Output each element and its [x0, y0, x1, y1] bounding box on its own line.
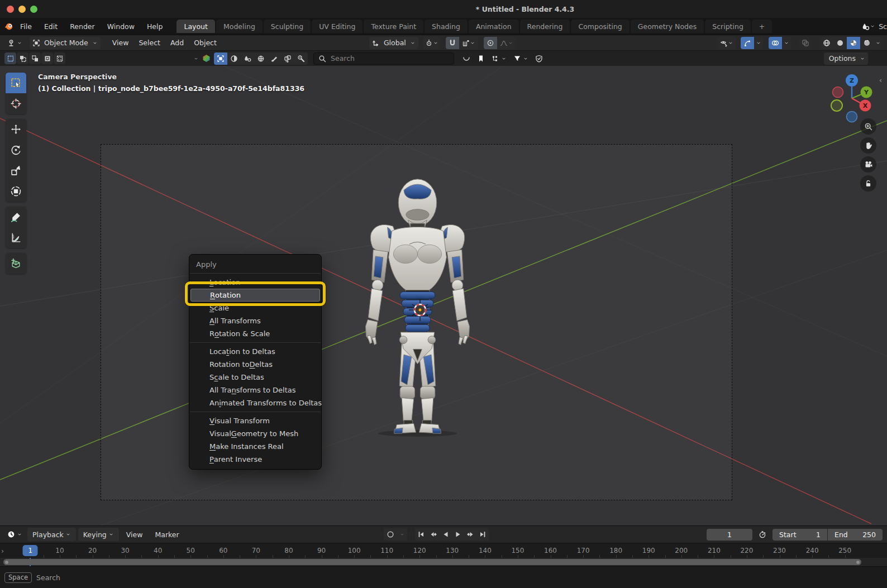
menubar-item-render[interactable]: Render [64, 18, 101, 35]
workspace-tab-layout[interactable]: Layout [177, 20, 215, 33]
shading-material-button[interactable] [847, 37, 860, 49]
use-preview-range-button[interactable] [756, 528, 769, 541]
editor-type-button[interactable] [4, 37, 25, 49]
header-icon-outliner[interactable] [489, 52, 509, 65]
header-icon-filter[interactable] [511, 52, 531, 65]
header-icon-shield-check[interactable] [532, 52, 546, 65]
close-button[interactable] [7, 6, 14, 13]
menu-item-rotation-to-deltas[interactable]: Rotation to Deltas [189, 358, 321, 371]
search-input[interactable] [330, 54, 449, 63]
tool-scale[interactable] [6, 160, 26, 181]
svg-text:X[interactable]: X [863, 102, 868, 109]
transport-play-button[interactable] [452, 528, 464, 541]
shading-wireframe-button[interactable] [820, 37, 833, 49]
select-mode-subtract[interactable] [29, 52, 41, 64]
workspace-tab-rendering[interactable]: Rendering [520, 20, 570, 33]
sidebar-toggle-chevron[interactable]: ‹ [879, 76, 882, 84]
timeline-menu-playback[interactable]: Playback [27, 528, 76, 541]
chevron-down-icon[interactable] [193, 56, 199, 61]
transport-jump-to-start-button[interactable] [415, 528, 427, 541]
navigation-gizmo[interactable]: Z Y X [825, 71, 879, 125]
tool-select-box[interactable] [6, 73, 26, 93]
viewport-3d[interactable]: Camera Perspective (1) Collection | trip… [0, 66, 887, 525]
tool-move[interactable] [6, 119, 26, 140]
snap-toggle-button[interactable] [446, 37, 459, 49]
workspace-tab-modeling[interactable]: Modeling [216, 20, 263, 33]
menubar-item-edit[interactable]: Edit [38, 18, 64, 35]
workspace-tab-compositing[interactable]: Compositing [571, 20, 629, 33]
tool-rotate[interactable] [6, 140, 26, 160]
transport-next-keyframe-button[interactable] [464, 528, 476, 541]
timeline-editor-type-button[interactable] [4, 528, 25, 541]
workspace-tab-shading[interactable]: Shading [425, 20, 468, 33]
properties-tab-world[interactable] [254, 52, 268, 65]
search-field[interactable] [313, 52, 454, 65]
menu-item-animated-transforms-to-deltas[interactable]: Animated Transforms to Deltas [189, 396, 321, 409]
xray-toggle[interactable] [799, 37, 812, 49]
menu-item-all-transforms[interactable]: All Transforms [189, 314, 321, 327]
pan-button[interactable] [860, 137, 876, 154]
menu-item-parent-inverse[interactable]: Parent Inverse [189, 453, 321, 466]
gizmo-dropdown[interactable] [754, 37, 763, 49]
transport-previous-keyframe-button[interactable] [427, 528, 440, 541]
timeline-menu-view[interactable]: View [121, 528, 148, 541]
transport-play-reverse-button[interactable] [440, 528, 452, 541]
visibility-dropdown[interactable] [717, 37, 736, 49]
shading-rendered-button[interactable] [860, 37, 874, 49]
workspace-tab-animation[interactable]: Animation [469, 20, 519, 33]
select-mode-set[interactable] [4, 52, 16, 64]
properties-tab-object-data[interactable] [281, 52, 294, 65]
svg-text:Z[interactable]: Z [850, 77, 854, 84]
viewport-menu-add[interactable]: Add [165, 36, 189, 50]
properties-tab-tool[interactable] [214, 52, 227, 65]
camera-view-button[interactable] [860, 156, 876, 173]
show-overlays-toggle[interactable] [769, 37, 782, 49]
menubar-item-file[interactable]: File [14, 18, 38, 35]
overlays-dropdown[interactable] [782, 37, 791, 49]
transform-orientation-dropdown[interactable]: Global [369, 37, 418, 49]
select-mode-invert[interactable] [41, 52, 53, 64]
menubar-item-help[interactable]: Help [141, 18, 169, 35]
timeline-ruler[interactable]: › 1 102030405060708090100110120130140150… [0, 543, 887, 558]
shading-dropdown[interactable] [874, 37, 883, 49]
properties-tab-modifier[interactable] [294, 52, 308, 65]
viewport-menu-view[interactable]: View [107, 36, 134, 50]
tool-add-cube[interactable] [6, 253, 26, 274]
tool-annotate[interactable] [6, 207, 26, 227]
menu-item-visual-transform[interactable]: Visual Transform [189, 414, 321, 427]
svg-text:Y[interactable]: Y [864, 89, 869, 96]
properties-tab-paint[interactable] [268, 52, 281, 65]
lock-view-button[interactable] [860, 175, 876, 192]
snap-target-dropdown[interactable] [423, 37, 440, 49]
menu-item-visual-geometry-to-mesh[interactable]: Visual Geometry to Mesh [189, 427, 321, 440]
maximize-button[interactable] [30, 6, 37, 13]
proportional-falloff-dropdown[interactable] [497, 37, 516, 49]
auto-keying-toggle[interactable] [384, 528, 397, 541]
current-frame-field[interactable]: 1 [707, 529, 752, 541]
add-workspace-button[interactable]: + [752, 20, 772, 33]
workspace-tab-scripting[interactable]: Scripting [705, 20, 751, 33]
menu-item-make-instances-real[interactable]: Make Instances Real [189, 440, 321, 453]
tool-transform[interactable] [6, 181, 26, 202]
timeline-scrollbar[interactable] [3, 559, 861, 565]
timeline-menu-marker[interactable]: Marker [150, 528, 184, 541]
material-data-icon[interactable] [202, 54, 211, 63]
properties-tab-physics[interactable] [241, 52, 254, 65]
workspace-tab-texture-paint[interactable]: Texture Paint [364, 20, 423, 33]
menu-item-scale-to-deltas[interactable]: Scale to Deltas [189, 371, 321, 384]
show-gizmo-toggle[interactable] [741, 37, 754, 49]
workspace-tab-uv-editing[interactable]: UV Editing [312, 20, 363, 33]
select-mode-extend[interactable] [17, 52, 28, 64]
minimize-button[interactable] [18, 6, 26, 13]
tool-measure[interactable] [6, 227, 26, 248]
mode-dropdown[interactable]: Object Mode [30, 37, 101, 49]
proportional-edit-toggle[interactable] [484, 37, 497, 49]
blender-logo-icon[interactable] [4, 22, 14, 31]
header-icon-arc[interactable] [460, 52, 473, 65]
expand-chevron[interactable]: › [1, 547, 4, 555]
menu-item-rotation[interactable]: Rotation [190, 289, 320, 302]
workspace-tab-geometry-nodes[interactable]: Geometry Nodes [631, 20, 704, 33]
snapping-dropdown[interactable] [459, 37, 478, 49]
frame-start-field[interactable]: Start 1 [772, 529, 827, 541]
zoom-button[interactable] [860, 118, 876, 135]
